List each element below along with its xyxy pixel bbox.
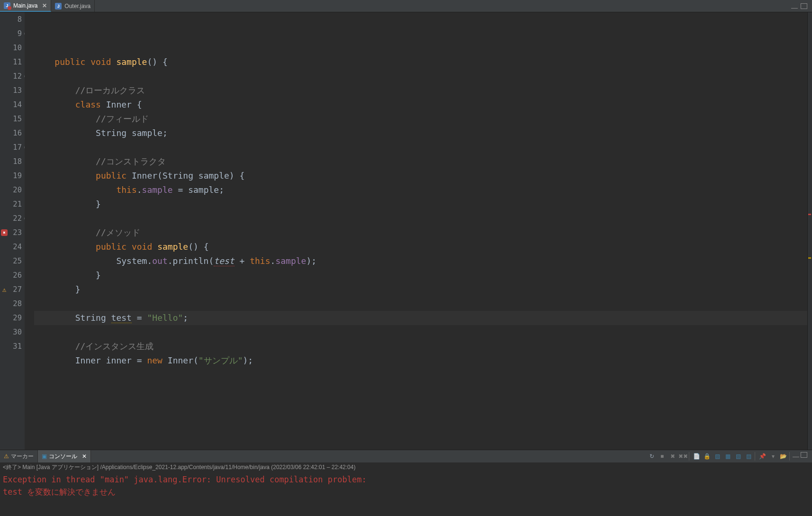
show-console-on-out-icon[interactable]: ▨: [713, 452, 722, 461]
stop-icon[interactable]: ■: [658, 452, 667, 461]
line-number: 25: [9, 254, 22, 268]
console-icon: ▣: [42, 453, 47, 460]
code-line[interactable]: public void sample() {: [34, 55, 812, 69]
error-overview-mark[interactable]: [808, 214, 811, 215]
line-number: 19: [9, 169, 22, 183]
line-number: 12: [9, 69, 22, 83]
code-line[interactable]: [34, 368, 812, 382]
code-line[interactable]: //コンストラクタ: [34, 154, 812, 169]
line-number: 10: [9, 41, 22, 55]
code-line[interactable]: }: [34, 268, 812, 282]
remove-terminated-icon[interactable]: ✖: [668, 452, 677, 461]
bottom-tab-label: コンソール: [49, 453, 77, 461]
bottom-panel: ⚠マーカー▣コンソール✕ ↻ ■ ✖ ✖✖ 📄 🔒 ▨ ▦ ▧ ▤ 📌 ▾ 📂 …: [0, 450, 812, 516]
code-line[interactable]: [34, 69, 812, 83]
remove-all-terminated-icon[interactable]: ✖✖: [678, 452, 687, 461]
editor-tab-mainjava[interactable]: JMain.java✕: [0, 0, 51, 12]
editor-window-controls: [791, 3, 812, 9]
line-number: 13: [9, 83, 22, 98]
line-number: 30: [9, 325, 22, 339]
close-bottom-tab-icon[interactable]: ✕: [82, 453, 87, 460]
line-number: 28: [9, 297, 22, 311]
code-line[interactable]: String test = "Hello";: [34, 311, 812, 325]
code-line[interactable]: public Inner(String sample) {: [34, 169, 812, 183]
bottom-tab-label: マーカー: [11, 453, 34, 461]
line-number: 15: [9, 112, 22, 126]
java-file-icon: J: [4, 2, 10, 9]
warning-overview-mark[interactable]: [808, 257, 811, 259]
code-line[interactable]: Inner inner = new Inner("サンプル");: [34, 353, 812, 368]
console-output-line: test を変数に解決できません: [3, 486, 809, 498]
console-body[interactable]: <終了> Main [Java アプリケーション] /Applications/…: [0, 462, 812, 516]
code-line[interactable]: //メソッド: [34, 226, 812, 240]
panel-maximize-button[interactable]: [801, 452, 807, 458]
console-toolbar: ↻ ■ ✖ ✖✖ 📄 🔒 ▨ ▦ ▧ ▤ 📌 ▾ 📂: [647, 452, 812, 461]
scroll-lock-icon[interactable]: 🔒: [703, 452, 712, 461]
pin-console-icon[interactable]: 📌: [758, 452, 767, 461]
code-line[interactable]: [34, 140, 812, 154]
console-header: <終了> Main [Java アプリケーション] /Applications/…: [3, 463, 809, 473]
code-line[interactable]: class Inner {: [34, 98, 812, 112]
code-line[interactable]: [34, 325, 812, 339]
maximize-button[interactable]: [801, 3, 807, 9]
show-console-on-err-icon[interactable]: ▦: [723, 452, 732, 461]
code-line[interactable]: }: [34, 282, 812, 297]
console-output-line: Exception in thread "main" java.lang.Err…: [3, 473, 809, 486]
bottom-tab-console[interactable]: ▣コンソール✕: [38, 450, 91, 462]
tab-label: Main.java: [13, 2, 37, 9]
editor-tab-outerjava[interactable]: JOuter.java: [51, 0, 95, 12]
panel-minimize-button[interactable]: [793, 457, 799, 458]
error-marker-icon: ✖: [0, 226, 9, 240]
code-editor[interactable]: ✖⚠ 8910111213141516171819202122232425262…: [0, 12, 812, 450]
line-number: 9: [9, 27, 22, 41]
clear-console-icon[interactable]: 📄: [692, 452, 701, 461]
code-line[interactable]: String sample;: [34, 126, 812, 140]
line-number: 18: [9, 154, 22, 169]
bottom-tab-marker[interactable]: ⚠マーカー: [0, 450, 38, 462]
line-number: 29: [9, 311, 22, 325]
code-line[interactable]: public void sample() {: [34, 240, 812, 254]
line-number: 31: [9, 339, 22, 353]
toggle-word-wrap-icon[interactable]: ▧: [734, 452, 743, 461]
line-number: 11: [9, 55, 22, 69]
line-number: 22: [9, 211, 22, 226]
line-number: 27: [9, 282, 22, 297]
line-number: 21: [9, 197, 22, 211]
gutter-markers: ✖⚠: [0, 12, 9, 450]
line-number: 24: [9, 240, 22, 254]
editor-tab-bar: JMain.java✕JOuter.java: [0, 0, 812, 12]
line-number: 26: [9, 268, 22, 282]
minimize-button[interactable]: [791, 8, 798, 9]
warning-marker-icon: ⚠: [0, 282, 9, 297]
code-line[interactable]: [34, 211, 812, 226]
open-console-menu-icon[interactable]: ▾: [768, 452, 777, 461]
line-number-gutter: 8910111213141516171819202122232425262728…: [9, 12, 25, 450]
code-area[interactable]: public void sample() { //ローカルクラス class I…: [25, 12, 812, 450]
overview-ruler[interactable]: [807, 12, 812, 450]
code-line[interactable]: this.sample = sample;: [34, 183, 812, 197]
java-file-icon: J: [55, 3, 62, 9]
bottom-tab-bar: ⚠マーカー▣コンソール✕ ↻ ■ ✖ ✖✖ 📄 🔒 ▨ ▦ ▧ ▤ 📌 ▾ 📂: [0, 450, 812, 462]
line-number: 20: [9, 183, 22, 197]
close-tab-icon[interactable]: ✕: [42, 2, 47, 9]
code-line[interactable]: System.out.println(test + this.sample);: [34, 254, 812, 268]
line-number: 8: [9, 12, 22, 27]
code-line[interactable]: //フィールド: [34, 112, 812, 126]
marker-icon: ⚠: [4, 453, 9, 460]
line-number: 23: [9, 226, 22, 240]
code-line[interactable]: //インスタンス生成: [34, 339, 812, 353]
new-console-view-icon[interactable]: 📂: [779, 452, 788, 461]
reconnect-icon[interactable]: ↻: [647, 452, 656, 461]
display-selected-console-icon[interactable]: ▤: [744, 452, 753, 461]
code-line[interactable]: [34, 41, 812, 55]
line-number: 16: [9, 126, 22, 140]
code-line[interactable]: //ローカルクラス: [34, 83, 812, 98]
code-line[interactable]: [34, 297, 812, 311]
code-line[interactable]: }: [34, 197, 812, 211]
line-number: 14: [9, 98, 22, 112]
tab-label: Outer.java: [64, 3, 90, 9]
line-number: 17: [9, 140, 22, 154]
